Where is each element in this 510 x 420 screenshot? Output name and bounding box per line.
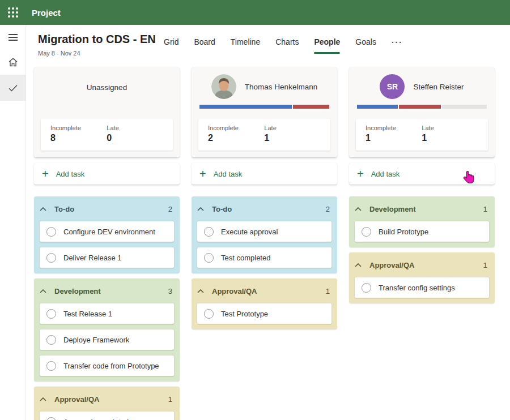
nav-tasks-button[interactable]	[0, 75, 26, 101]
add-task-label: Add task	[214, 170, 243, 178]
late-label: Late	[422, 125, 478, 131]
task-title: Build Prototype	[379, 228, 428, 236]
collapse-bucket-button[interactable]	[355, 263, 369, 267]
task-title: Test completed	[221, 254, 270, 262]
app-title: Project	[32, 8, 61, 18]
task-title: Test Release 1	[63, 310, 112, 318]
collapse-bucket-button[interactable]	[355, 207, 369, 211]
task-card[interactable]: Transfer code from Prototype	[40, 355, 174, 376]
task-card[interactable]: Transfer config settings	[355, 277, 489, 298]
nav-menu-button[interactable]	[0, 25, 26, 50]
collapse-bucket-button[interactable]	[40, 397, 54, 401]
task-title: Execute approval	[221, 228, 278, 236]
add-task-button[interactable]: + Add task	[349, 163, 495, 185]
tab-charts[interactable]: Charts	[275, 37, 299, 48]
task-card[interactable]: Configure DEV environment	[40, 221, 174, 242]
bucket-count: 1	[483, 205, 489, 213]
late-count: 1	[264, 133, 320, 143]
person-stats-card: Incomplete 1 Late 1	[356, 119, 488, 151]
person-stats-card: Incomplete 8 Late 0	[41, 119, 173, 151]
task-card[interactable]: Deploye Framework	[40, 329, 174, 350]
plus-icon: +	[42, 169, 49, 179]
bucket-count: 2	[326, 205, 332, 213]
task-card[interactable]: Test completed	[197, 247, 332, 268]
incomplete-stat: Incomplete 2	[208, 125, 264, 151]
task-complete-circle[interactable]	[46, 361, 56, 371]
incomplete-count: 2	[208, 133, 264, 143]
tab-board[interactable]: Board	[194, 37, 215, 48]
progress-segment-late	[399, 105, 441, 109]
task-card[interactable]: Test Prototype	[197, 303, 332, 324]
plus-icon: +	[199, 169, 206, 179]
person-head: SR Steffen Reister	[349, 74, 495, 99]
person-column-thomas-henkelmann: Thomas Henkelmann Incomplete 2 Late 1 + …	[192, 67, 337, 420]
progress-bar	[357, 105, 487, 109]
collapse-bucket-button[interactable]	[197, 207, 212, 211]
person-column-steffen-reister: SR Steffen Reister Incomplete 1 Late 1	[349, 67, 495, 420]
collapse-bucket-button[interactable]	[40, 289, 54, 293]
task-title: Approval completed	[63, 418, 129, 420]
task-complete-circle[interactable]	[46, 335, 56, 345]
person-head: Thomas Henkelmann	[192, 74, 337, 99]
bucket-todo: To-do 2 Execute approval Test completed	[192, 196, 337, 273]
add-task-button[interactable]: + Add task	[34, 163, 180, 185]
bucket-header: Development 1	[355, 202, 489, 216]
person-column-unassigned: Unassigned Incomplete 8 Late 0 + Add tas…	[34, 67, 180, 420]
bucket-count: 3	[168, 287, 174, 295]
bucket-list: To-do 2 Execute approval Test completed	[192, 196, 337, 329]
bucket-development: Development 3 Test Release 1 Deploye Fra…	[34, 278, 180, 382]
tab-people[interactable]: People	[314, 37, 340, 48]
task-complete-circle[interactable]	[204, 253, 214, 263]
bucket-name: Approval/QA	[212, 287, 257, 295]
task-complete-circle[interactable]	[46, 227, 56, 237]
task-complete-circle[interactable]	[46, 309, 56, 319]
tab-goals[interactable]: Goals	[355, 37, 376, 48]
task-complete-circle[interactable]	[204, 309, 214, 319]
left-nav-rail	[0, 25, 26, 420]
tab-timeline[interactable]: Timeline	[231, 37, 260, 48]
chevron-up-icon	[40, 289, 46, 293]
collapse-bucket-button[interactable]	[197, 289, 212, 293]
person-name: Steffen Reister	[413, 83, 464, 91]
person-name: Unassigned	[34, 83, 180, 92]
task-complete-circle[interactable]	[362, 227, 371, 237]
late-stat: Late 0	[107, 125, 163, 151]
task-complete-circle[interactable]	[204, 227, 214, 237]
tabs-more-button[interactable]: ···	[392, 38, 403, 47]
task-title: Transfer config settings	[379, 284, 455, 292]
incomplete-stat: Incomplete 8	[50, 125, 107, 151]
task-complete-circle[interactable]	[46, 253, 56, 263]
tab-grid[interactable]: Grid	[164, 37, 178, 48]
task-card[interactable]: Test Release 1	[40, 303, 174, 324]
bucket-todo: To-do 2 Configure DEV environment Delive…	[34, 196, 180, 273]
collapse-bucket-button[interactable]	[40, 207, 54, 211]
nav-home-button[interactable]	[0, 50, 26, 75]
bucket-header: Approval/QA 1	[355, 258, 489, 272]
task-title: Transfer code from Prototype	[63, 362, 159, 370]
waffle-icon	[8, 7, 18, 18]
task-card[interactable]: Build Prototype	[355, 221, 489, 242]
task-card[interactable]: Execute approval	[197, 221, 332, 242]
task-complete-circle[interactable]	[362, 283, 371, 293]
person-summary-card: Unassigned Incomplete 8 Late 0	[34, 67, 180, 157]
avatar-photo	[211, 74, 236, 99]
task-card[interactable]: Deliver Release 1	[40, 247, 174, 268]
task-complete-circle[interactable]	[46, 417, 56, 420]
chevron-up-icon	[197, 289, 204, 293]
progress-segment-late	[293, 105, 329, 109]
task-title: Configure DEV environment	[63, 228, 155, 236]
project-people-view: { "app_bar": { "app_title": "Project" },…	[0, 0, 510, 420]
bucket-name: Approval/QA	[54, 395, 99, 404]
task-card[interactable]: Approval completed	[40, 412, 174, 420]
app-launcher-button[interactable]	[0, 0, 26, 25]
chevron-up-icon	[197, 207, 204, 211]
home-icon	[8, 57, 18, 67]
bucket-development: Development 1 Build Prototype	[349, 196, 495, 247]
bucket-approval-qa: Approval/QA 1 Approval completed	[34, 387, 180, 420]
bucket-count: 1	[326, 287, 332, 295]
add-task-button[interactable]: + Add task	[192, 163, 337, 185]
avatar-initials: SR	[380, 74, 405, 99]
incomplete-label: Incomplete	[50, 125, 107, 131]
late-label: Late	[264, 125, 320, 131]
person-summary-card: Thomas Henkelmann Incomplete 2 Late 1	[192, 67, 337, 157]
